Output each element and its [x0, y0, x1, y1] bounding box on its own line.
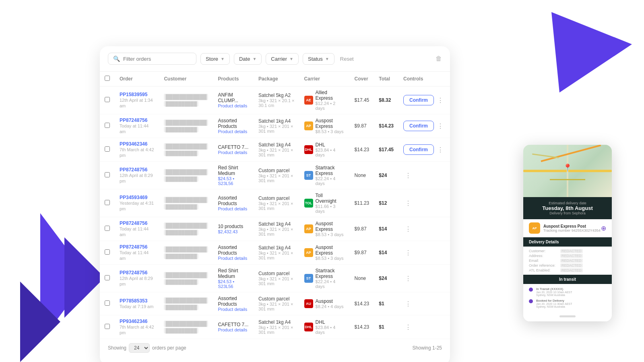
- map-pin-icon: 📍: [563, 163, 572, 172]
- address-value: REDACTED: [560, 254, 583, 258]
- phone-mockup: 📍 Estimated delivery date Tuesday, 8th A…: [523, 145, 612, 321]
- product-name-7: Red Shirt Medium: [218, 268, 249, 279]
- order-id-0[interactable]: PP15839595: [120, 92, 154, 97]
- product-details-6[interactable]: Product details: [218, 256, 249, 261]
- transit-event-2-details: Booked for Delivery Jan 20, 2020 11:30am…: [536, 299, 572, 308]
- row-checkbox-8[interactable]: [105, 300, 110, 306]
- row-checkbox-cell: [100, 114, 115, 138]
- customer-label: Customer:: [529, 249, 557, 253]
- row-checkbox-6[interactable]: [105, 249, 110, 255]
- carrier-logo-7: ST: [304, 274, 313, 283]
- order-id-6[interactable]: PP87248756: [120, 244, 154, 250]
- carrier-price-4: $11.66 • 3 days: [316, 204, 345, 214]
- product-details-4[interactable]: Product details: [218, 206, 249, 211]
- package-dims-9: 3kg • 321 × 201 × 301 mm: [258, 325, 295, 335]
- product-details-9[interactable]: Product details: [218, 327, 249, 332]
- order-id-1[interactable]: PP87248756: [120, 117, 154, 123]
- trash-button[interactable]: 🗑: [436, 55, 442, 62]
- product-details-1[interactable]: Product details: [218, 129, 249, 134]
- customer-cell-4: ████████████ ██████████: [159, 189, 213, 217]
- order-cell-2: PP93462346 7th March at 4:42 pm: [115, 138, 159, 162]
- order-id-5[interactable]: PP87248756: [120, 220, 154, 226]
- date-filter-label: Date: [239, 56, 250, 62]
- more-options-button-7[interactable]: ⋮: [403, 275, 413, 282]
- store-filter[interactable]: Store ▼: [200, 53, 230, 65]
- phone-delivery-section-title: Delivery Details: [529, 240, 606, 244]
- order-id-3[interactable]: PP87248756: [120, 167, 154, 173]
- row-checkbox-0[interactable]: [105, 97, 110, 102]
- row-checkbox-2[interactable]: [105, 146, 110, 152]
- carrier-cell-9: DHL DHL $23.84 • 4 days: [299, 315, 350, 339]
- product-details-7[interactable]: $24.53 • S23L56: [218, 279, 249, 289]
- more-options-button-9[interactable]: ⋮: [403, 323, 413, 331]
- date-filter[interactable]: Date ▼: [234, 53, 262, 65]
- order-id-2[interactable]: PP93462346: [120, 141, 154, 147]
- row-checkbox-1[interactable]: [105, 123, 110, 128]
- carrier-inner-2: DHL DHL $23.84 • 4 days: [304, 142, 345, 157]
- package-cell-1: Satchel 1kg A4 3kg • 321 × 201 × 301 mm: [254, 114, 299, 138]
- per-page-select[interactable]: 24 48 96: [129, 343, 150, 353]
- total-cell-7: $24: [374, 265, 398, 292]
- confirm-button-0[interactable]: Confirm: [403, 95, 434, 105]
- controls-inner-4: ⋮: [403, 200, 445, 207]
- confirm-button-1[interactable]: Confirm: [403, 121, 434, 131]
- row-checkbox-3[interactable]: [105, 172, 110, 177]
- carrier-inner-7: ST Startrack Express $22.24 • 4 days: [304, 268, 345, 289]
- product-details-5[interactable]: $2,432.43: [218, 229, 249, 234]
- more-options-button-0[interactable]: ⋮: [436, 97, 445, 104]
- atl-value: REDACTED: [560, 268, 583, 272]
- product-details-2[interactable]: Product details: [218, 150, 249, 155]
- email-label: Email:: [529, 259, 557, 263]
- product-details-8[interactable]: Product details: [218, 307, 249, 312]
- search-box: 🔍: [108, 53, 196, 65]
- customer-name-2: ████████████: [164, 143, 208, 150]
- carrier-cell-5: AP Auspost Express $8.53 • 3 days: [299, 217, 350, 241]
- carrier-link-icon[interactable]: ⊕: [601, 224, 606, 232]
- total-cell-4: $12: [374, 189, 398, 217]
- order-cell-6: PP87248756 Today at 11:44 am: [115, 241, 159, 265]
- product-details-0[interactable]: Product details: [218, 103, 249, 108]
- col-order: Order: [115, 72, 159, 86]
- order-date-5: Today at 11:44 am: [120, 226, 149, 237]
- map-background: 📍: [523, 145, 612, 197]
- carrier-name-2: DHL: [316, 142, 345, 148]
- more-options-button-2[interactable]: ⋮: [436, 146, 445, 154]
- order-date-6: Today at 11:44 am: [120, 250, 149, 261]
- order-cell-4: PP34593469 Yesterday at 4:31 pm: [115, 189, 159, 217]
- total-cell-3: $24: [374, 162, 398, 189]
- order-date-7: 12th April at 8:29 pm: [120, 276, 153, 286]
- order-date-3: 12th April at 8:29 pm: [120, 173, 153, 183]
- more-options-button-8[interactable]: ⋮: [403, 300, 413, 308]
- row-checkbox-5[interactable]: [105, 226, 110, 231]
- package-dims-6: 3kg • 321 × 201 × 301 mm: [258, 251, 295, 260]
- transit-event-2-time: Jan 20, 2020 11:30am AESTSydney, NSW Aus…: [536, 302, 572, 308]
- row-checkbox-9[interactable]: [105, 324, 110, 329]
- product-details-3[interactable]: $24.53 • S23L56: [218, 176, 249, 186]
- order-id-4[interactable]: PP34593469: [120, 195, 154, 200]
- carrier-text-2: DHL $23.84 • 4 days: [316, 142, 345, 157]
- order-id-8[interactable]: PP78585353: [120, 298, 154, 304]
- controls-cell-5: ⋮: [398, 217, 450, 241]
- carrier-filter[interactable]: Carrier ▼: [266, 53, 299, 65]
- order-id-9[interactable]: PP93462346: [120, 319, 154, 324]
- transit-event-1-details: In Transit (XXXXX) Jan 20, 2020 10:10am …: [536, 287, 572, 296]
- carrier-inner-9: DHL DHL $23.84 • 4 days: [304, 319, 345, 335]
- reset-button[interactable]: Reset: [340, 56, 354, 62]
- more-options-button-1[interactable]: ⋮: [436, 122, 445, 130]
- customer-name-7: ████████████: [164, 272, 208, 278]
- confirm-button-2[interactable]: Confirm: [403, 144, 434, 155]
- more-options-button-5[interactable]: ⋮: [403, 225, 413, 233]
- more-options-button-4[interactable]: ⋮: [403, 200, 413, 207]
- per-page-selector: Showing 24 48 96 orders per page: [108, 343, 186, 353]
- order-id-7[interactable]: PP87248756: [120, 270, 154, 276]
- row-checkbox-4[interactable]: [105, 200, 110, 205]
- select-all-checkbox[interactable]: [105, 76, 110, 81]
- search-input[interactable]: [123, 56, 191, 62]
- status-filter[interactable]: Status ▼: [303, 53, 334, 65]
- more-options-button-3[interactable]: ⋮: [403, 172, 413, 179]
- phone-tracking-label: Tracking number: [543, 228, 570, 232]
- row-checkbox-7[interactable]: [105, 275, 110, 280]
- package-name-9: Satchel 1kg A4: [258, 319, 295, 325]
- phone-transit-title: In transit: [529, 277, 606, 282]
- more-options-button-6[interactable]: ⋮: [403, 249, 413, 257]
